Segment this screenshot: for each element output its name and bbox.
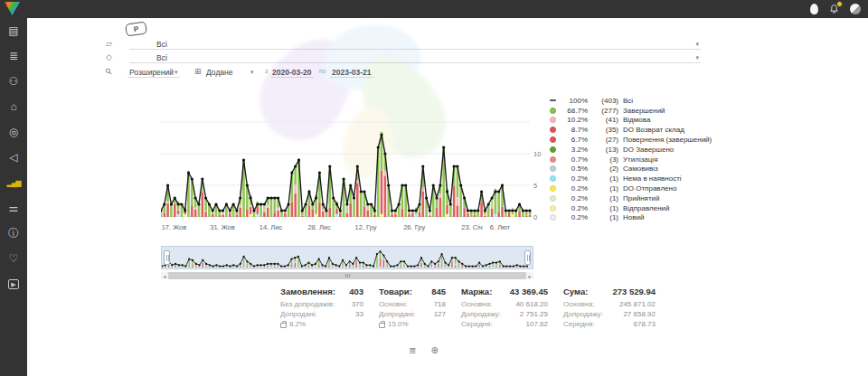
legend-label: DO Завершено xyxy=(623,146,674,154)
search-date-row: ⚲ Розширений ▾ ⊞ Додане ▾ з 2020-03-20 п… xyxy=(106,66,703,79)
y-tick-10: 10 xyxy=(533,150,548,158)
stats-sub-label: Основні: xyxy=(379,299,408,309)
legend-label: DO Возврат склад xyxy=(623,126,684,134)
legend-percent: 0.7% xyxy=(561,155,588,164)
search-icon[interactable]: ⚲ xyxy=(103,66,114,77)
legend-item[interactable]: 0.2%(1)Новий xyxy=(550,213,731,223)
date-to-input[interactable]: 2023-03-21 xyxy=(332,68,371,77)
stats-sub-value: 2 751.25 xyxy=(520,309,548,319)
legend-item[interactable]: 0.2%(1)Нема в наявності xyxy=(550,174,731,183)
legend-item[interactable]: 68.7%(277)Завершений xyxy=(550,106,731,116)
legend-count: (1) xyxy=(593,194,618,202)
scrollbar-thumb[interactable] xyxy=(168,272,526,279)
sidebar-item-partners[interactable]: ♡ xyxy=(0,246,27,271)
legend-percent: 0.2% xyxy=(561,213,588,221)
sidebar-item-dashboard[interactable]: ▤ xyxy=(0,18,27,43)
legend-swatch xyxy=(550,99,556,101)
legend-count: (13) xyxy=(593,146,618,154)
legend-count: (2) xyxy=(593,164,618,173)
legend-label: Відправлений xyxy=(623,204,670,212)
sidebar-item-settings[interactable]: ⚌ xyxy=(0,195,27,221)
chart-legend: 100%(403)Всі68.7%(277)Завершений10.2%(41… xyxy=(550,96,731,222)
legend-item[interactable]: 10.2%(41)Відмова xyxy=(550,116,731,126)
stream-icon[interactable]: Р xyxy=(125,21,147,36)
stats-value: 845 xyxy=(431,287,446,296)
chart-scrollbar[interactable]: ◂ ▸ xyxy=(161,272,533,279)
legend-percent: 0.2% xyxy=(561,184,588,193)
stats-sub-label: Допродані: xyxy=(280,309,317,319)
settings-icon: ⚌ xyxy=(9,202,19,214)
legend-count: (1) xyxy=(593,213,618,221)
legend-item[interactable]: 0.5%(2)Самовивіз xyxy=(550,164,731,174)
sidebar-item-orders[interactable]: ≣ xyxy=(0,43,27,69)
chart-navigator[interactable] xyxy=(161,246,533,269)
sidebar-item-info[interactable]: ⓘ xyxy=(0,221,27,246)
stats-column: Замовлення:403Без допродажів:370Допродан… xyxy=(280,287,363,329)
date-from-input[interactable]: 2020-03-20 xyxy=(272,68,311,77)
chevron-down-icon[interactable]: ▾ xyxy=(695,54,699,61)
legend-item[interactable]: 3.2%(13)DO Завершено xyxy=(550,145,731,155)
legend-swatch xyxy=(550,117,556,123)
legend-item[interactable]: 0.7%(3)Утилізація xyxy=(550,155,731,164)
stats-title: Замовлення: xyxy=(280,287,335,296)
status-filter-value[interactable]: Всі xyxy=(156,40,167,49)
notifications-bell-icon[interactable] xyxy=(828,3,840,15)
stats-sub-label: Середня: xyxy=(461,319,493,329)
chevron-down-icon[interactable]: ▾ xyxy=(175,69,178,76)
sidebar-item-videos[interactable]: ▶ xyxy=(0,271,27,296)
navigator-right-handle[interactable] xyxy=(524,250,531,265)
upsell-percent: 15.0% xyxy=(388,320,409,328)
user-avatar[interactable] xyxy=(850,4,861,14)
sidebar-item-marketing[interactable]: ◁ xyxy=(0,145,27,170)
scroll-left-arrow[interactable]: ◂ xyxy=(161,272,168,279)
view-toggle-icons: ≣⊕ xyxy=(409,345,439,355)
legend-item[interactable]: 0.2%(1)Відправлений xyxy=(550,203,731,213)
globe-view-icon[interactable]: ⊕ xyxy=(430,345,438,355)
products-icon: ◎ xyxy=(9,126,18,138)
legend-label: Повернення (завершений) xyxy=(623,136,712,144)
date-field-select[interactable]: Додане xyxy=(206,68,233,77)
sidebar-item-clients[interactable]: ⚇ xyxy=(0,69,27,94)
legend-swatch xyxy=(550,205,556,212)
sidebar-item-statistics[interactable]: ▂▄▆ xyxy=(0,170,27,195)
legend-percent: 100% xyxy=(561,97,588,105)
product-filter-row: ◇ Всі ▾ xyxy=(106,52,703,64)
sidebar-item-products[interactable]: ◎ xyxy=(0,119,27,145)
legend-label: Всі xyxy=(623,97,633,105)
legend-item[interactable]: 100%(403)Всі xyxy=(550,96,731,106)
navigator-left-handle[interactable] xyxy=(164,250,170,265)
legend-label: Новий xyxy=(623,213,644,221)
legend-item[interactable]: 0.2%(1)Прийнятий xyxy=(550,193,731,203)
calendar-icon[interactable]: ⊞ xyxy=(194,67,202,76)
assistant-icon[interactable] xyxy=(810,4,818,14)
stats-title: Маржа: xyxy=(461,287,492,296)
chevron-down-icon[interactable]: ▾ xyxy=(695,41,699,48)
table-view-icon[interactable]: ≣ xyxy=(409,345,416,355)
legend-item[interactable]: 6.7%(27)Повернення (завершений) xyxy=(550,135,731,145)
topbar-actions xyxy=(810,0,861,18)
x-axis-label: 26. Гру xyxy=(403,223,425,231)
legend-count: (3) xyxy=(593,155,618,164)
stats-sub-label: Без допродажів: xyxy=(280,299,335,309)
chevron-down-icon[interactable]: ▾ xyxy=(250,69,254,76)
legend-swatch xyxy=(550,146,556,153)
status-filter-row: ▱ Всі ▾ xyxy=(106,38,703,51)
summary-stats: Замовлення:403Без допродажів:370Допродан… xyxy=(280,287,656,329)
legend-label: DO Отправлено xyxy=(623,184,676,193)
sidebar-item-warehouse[interactable]: ⌂ xyxy=(0,94,27,119)
app-logo-icon[interactable] xyxy=(5,2,20,15)
legend-count: (35) xyxy=(593,126,618,134)
orders-chart-canvas[interactable] xyxy=(161,90,533,218)
legend-percent: 0.5% xyxy=(561,164,588,173)
product-filter-value[interactable]: Всі xyxy=(156,53,167,62)
legend-count: (1) xyxy=(593,174,618,183)
legend-percent: 8.7% xyxy=(561,126,588,134)
legend-item[interactable]: 8.7%(35)DO Возврат склад xyxy=(550,125,731,135)
search-mode-select[interactable]: Розширений xyxy=(129,68,174,77)
stats-sub-label: Основна: xyxy=(461,299,492,309)
legend-item[interactable]: 0.2%(1)DO Отправлено xyxy=(550,183,731,193)
warehouse-icon: ⌂ xyxy=(10,100,16,113)
stats-sub-value: 33 xyxy=(355,309,363,319)
stats-title: Товари: xyxy=(379,287,412,296)
scroll-right-arrow[interactable]: ▸ xyxy=(526,272,533,279)
